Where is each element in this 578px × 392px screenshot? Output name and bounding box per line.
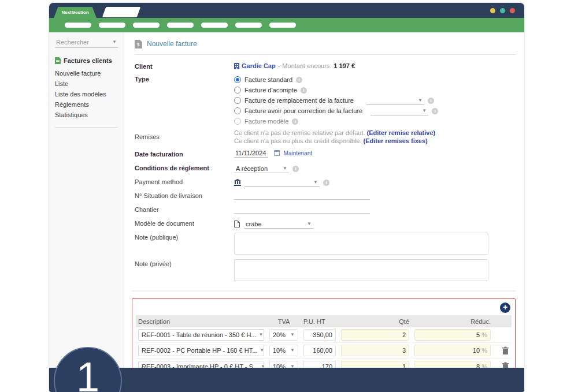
sidebar-item-liste[interactable]: Liste [55, 79, 118, 89]
page-title: Nouvelle facture [147, 40, 197, 48]
line-tva-select[interactable]: 10% ▼ [269, 361, 298, 368]
modele-document-select[interactable]: crabe ▼ [244, 219, 313, 229]
items-table-header: Description TVA P.U. HT Qté Réduc. [136, 315, 512, 327]
line-pu-ht-input[interactable]: 350,00 [303, 329, 336, 341]
table-row: REF-0002 - PC Portable HP - 160 € HT... … [136, 343, 512, 359]
line-qte-input[interactable]: 1 [341, 361, 409, 368]
note-privee-textarea[interactable] [234, 259, 488, 281]
chevron-down-icon: ▼ [313, 180, 318, 185]
type-option-modele: Facture modèle i [234, 116, 516, 126]
info-icon[interactable]: i [432, 108, 438, 114]
remplacement-invoice-select[interactable]: ▼ [366, 96, 424, 105]
line-qte-value: 1 [402, 363, 406, 368]
outstanding-value: 1 197 € [334, 62, 355, 69]
type-option-acompte: Facture d'acompte i [234, 85, 516, 95]
nav-item-placeholder[interactable] [65, 23, 91, 28]
screenshot-stage: NextGestion Rechercher ▼ [0, 0, 578, 392]
tab-nextgestion[interactable]: NextGestion [54, 7, 97, 18]
radio-facture-avoir[interactable] [234, 107, 241, 114]
sidebar-section-label: Factures clients [64, 57, 112, 64]
client-label: Client [135, 62, 234, 70]
line-qte-value: 2 [402, 331, 406, 338]
line-reduc-input[interactable]: 5 % [414, 329, 491, 341]
edit-remises-fixes-link[interactable]: (Editer remises fixes) [363, 137, 427, 144]
info-icon[interactable]: i [301, 87, 307, 94]
situation-livraison-input[interactable] [234, 191, 370, 200]
search-placeholder: Rechercher [56, 39, 89, 46]
radio-facture-modele[interactable] [234, 118, 241, 125]
note-publique-textarea[interactable] [234, 233, 488, 255]
items-section-divider [132, 290, 516, 292]
col-description: Description [138, 318, 264, 325]
radio-facture-standard[interactable] [234, 76, 241, 83]
line-description-select[interactable]: REF-0001 - Table de réunion - 350 € H...… [138, 329, 264, 341]
line-description-value: REF-0003 - Imprimante HP - 0 € HT - S... [142, 363, 258, 368]
col-reduc: Réduc. [414, 318, 491, 325]
window-controls [490, 8, 515, 13]
svg-text:$: $ [137, 42, 140, 47]
line-description-select[interactable]: REF-0002 - PC Portable HP - 160 € HT... … [138, 345, 264, 356]
sidebar-divider [55, 127, 118, 128]
trash-icon[interactable] [502, 362, 509, 368]
tab-placeholder[interactable] [102, 7, 141, 17]
chevron-down-icon: ▼ [112, 40, 117, 44]
add-line-button[interactable]: + [500, 303, 510, 313]
info-icon[interactable]: i [296, 77, 302, 83]
conditions-select[interactable]: A réception ▼ [234, 164, 289, 173]
app-window: NextGestion Rechercher ▼ [49, 3, 524, 392]
date-facturation-input[interactable]: 11/11/2024 [234, 150, 268, 158]
info-icon[interactable]: i [428, 98, 434, 104]
line-qte-input[interactable]: 3 [341, 345, 409, 356]
line-description-value: REF-0002 - PC Portable HP - 160 € HT... [142, 347, 257, 354]
line-pu-ht-input[interactable]: 160,00 [303, 345, 336, 356]
nav-item-placeholder[interactable] [133, 23, 160, 28]
client-separator: - [278, 62, 280, 69]
line-reduc-input[interactable]: 10 % [414, 345, 491, 356]
sidebar-item-statistiques[interactable]: Statistiques [55, 110, 118, 120]
info-icon[interactable]: i [323, 180, 329, 186]
nav-item-placeholder[interactable] [269, 23, 296, 28]
sidebar-item-reglements[interactable]: Règlements [55, 99, 118, 110]
edit-remise-relative-link[interactable]: (Editer remise relative) [367, 129, 436, 136]
line-tva-select[interactable]: 10% ▼ [269, 345, 298, 356]
window-dot-green[interactable] [500, 8, 505, 13]
line-tva-value: 20% [273, 331, 286, 338]
line-pu-ht-input[interactable]: 170 [303, 361, 336, 368]
percent-suffix: % [481, 331, 487, 338]
sidebar-search[interactable]: Rechercher ▼ [55, 37, 118, 48]
line-qte-value: 3 [402, 347, 406, 354]
nav-item-placeholder[interactable] [235, 23, 262, 28]
window-dot-red[interactable] [510, 8, 515, 13]
maintenant-link[interactable]: Maintenant [284, 150, 312, 156]
info-icon[interactable]: i [292, 118, 298, 125]
nav-item-placeholder[interactable] [167, 23, 194, 28]
brand-label: NextGestion [61, 10, 88, 15]
radio-facture-acompte[interactable] [234, 87, 241, 94]
avoir-invoice-select[interactable]: ▼ [370, 106, 428, 115]
chevron-down-icon: ▼ [290, 348, 295, 353]
table-row: REF-0001 - Table de réunion - 350 € H...… [136, 327, 512, 343]
sidebar-section-factures-clients[interactable]: Factures clients [55, 57, 118, 64]
situation-livraison-label: N° Situation de livraison [135, 191, 234, 201]
chantier-input[interactable] [234, 205, 370, 214]
nav-item-placeholder[interactable] [99, 23, 125, 28]
line-description-select[interactable]: REF-0003 - Imprimante HP - 0 € HT - S...… [138, 361, 264, 368]
line-reduc-input[interactable]: 8 % [414, 361, 491, 368]
info-icon[interactable]: i [292, 166, 299, 172]
nav-item-placeholder[interactable] [201, 23, 228, 28]
radio-facture-remplacement[interactable] [234, 97, 241, 104]
main-content: $ Nouvelle facture Client [124, 32, 524, 368]
step-number: 1 [76, 348, 99, 392]
chevron-down-icon: ▼ [422, 109, 427, 113]
line-tva-select[interactable]: 20% ▼ [269, 329, 298, 341]
sidebar-item-nouvelle-facture[interactable]: Nouvelle facture [55, 68, 118, 79]
col-pu-ht: P.U. HT [303, 318, 336, 325]
line-qte-input[interactable]: 2 [341, 329, 409, 341]
window-dot-yellow[interactable] [490, 8, 495, 13]
sidebar-item-liste-des-modeles[interactable]: Liste des modèles [55, 89, 118, 99]
client-name-link[interactable]: Gardie Cap [242, 62, 276, 69]
remise-fixe-text: Ce client n'a pas ou plus de crédit disp… [234, 137, 361, 144]
trash-icon[interactable] [502, 346, 509, 355]
payment-method-select[interactable]: ▼ [244, 178, 320, 187]
type-option-avoir: Facture avoir pour correction de la fact… [234, 106, 516, 116]
